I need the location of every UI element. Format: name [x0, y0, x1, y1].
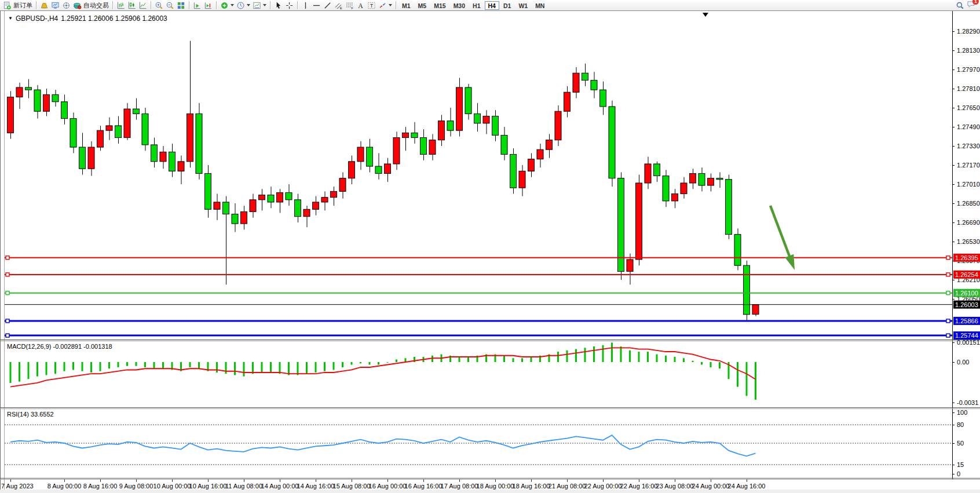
- timeframe-h1-button[interactable]: H1: [469, 1, 484, 10]
- fibonacci-icon: F: [345, 1, 354, 10]
- time-axis-label: 16 Aug 16:00: [405, 483, 443, 490]
- line-handle[interactable]: [946, 273, 950, 276]
- candle-body: [196, 114, 202, 173]
- text-button[interactable]: A: [355, 0, 366, 10]
- candle-body: [142, 114, 148, 145]
- line-handle[interactable]: [946, 319, 950, 323]
- equidistant-channel-icon: E: [334, 1, 343, 10]
- timeframe-m5-button[interactable]: M5: [415, 1, 430, 10]
- line-chart-button[interactable]: [137, 0, 148, 10]
- macd-axis-tick-label: -0.0031: [957, 399, 978, 406]
- timeframe-m15-button[interactable]: M15: [430, 1, 449, 10]
- time-axis-label: 18 Aug 16:00: [513, 483, 550, 490]
- macd-histogram-bar: [270, 362, 272, 373]
- candle-body: [214, 202, 220, 209]
- line-handle[interactable]: [6, 273, 9, 276]
- macd-histogram-bar: [647, 352, 649, 362]
- macd-histogram-bar: [297, 362, 299, 375]
- time-axis-label: 10 Aug 00:00: [153, 483, 191, 490]
- periods-button[interactable]: [235, 0, 251, 10]
- zoom-in-button[interactable]: [153, 0, 164, 10]
- macd-histogram-bar: [459, 357, 460, 362]
- vertical-line-button[interactable]: [300, 0, 311, 10]
- candle-body: [474, 114, 481, 123]
- chart-canvas[interactable]: 1.282901.281301.279701.278101.276501.274…: [0, 0, 980, 493]
- macd-histogram-bar: [566, 350, 568, 362]
- new-order-button[interactable]: 新订单: [2, 0, 34, 10]
- line-price-tag-label: 1.26100: [955, 290, 978, 297]
- line-handle[interactable]: [6, 319, 9, 323]
- candle-body: [483, 116, 489, 123]
- time-axis-label: 8 Aug 00:00: [47, 483, 82, 490]
- zoom-out-button[interactable]: [164, 0, 175, 10]
- search-button[interactable]: [955, 0, 966, 10]
- tile-windows-button[interactable]: [175, 0, 187, 10]
- trendline-button[interactable]: [322, 0, 333, 10]
- price-axis-tick-label: 1.27330: [957, 143, 980, 149]
- toolbar-separator: [216, 1, 217, 9]
- auto-trading-button[interactable]: 自动交易: [72, 0, 110, 10]
- annotation-arrow-shaft[interactable]: [770, 206, 791, 259]
- time-axis-label: 21 Aug 08:00: [548, 483, 586, 490]
- candle-body: [79, 147, 86, 169]
- toolbar-separator: [112, 1, 113, 9]
- macd-histogram-bar: [719, 362, 721, 368]
- zoom-in-icon: [155, 1, 163, 10]
- rsi-axis-tick-label: 15: [957, 461, 964, 468]
- rsi-indicator-label: RSI(14) 33.6552: [7, 411, 54, 418]
- line-handle[interactable]: [6, 291, 9, 295]
- templates-button[interactable]: [251, 0, 268, 10]
- line-handle[interactable]: [6, 334, 9, 337]
- timeframe-m1-button[interactable]: M1: [398, 1, 414, 10]
- bar-chart-button[interactable]: [115, 0, 126, 10]
- arrows-button[interactable]: [377, 0, 393, 10]
- candle-body: [447, 121, 454, 131]
- candle-body: [708, 178, 714, 185]
- line-chart-icon: [138, 1, 147, 10]
- macd-histogram-bar: [701, 362, 703, 364]
- chart-dropdown-icon[interactable]: ▼: [8, 16, 13, 21]
- line-handle[interactable]: [946, 256, 950, 260]
- indicators-button[interactable]: [219, 0, 235, 10]
- line-handle[interactable]: [946, 334, 950, 337]
- navigator-button[interactable]: [61, 0, 72, 10]
- macd-histogram-bar: [387, 362, 389, 363]
- macd-histogram-bar: [216, 362, 218, 373]
- line-handle[interactable]: [6, 256, 9, 260]
- timeframe-w1-button[interactable]: W1: [515, 1, 531, 10]
- fibonacci-button[interactable]: F: [344, 0, 355, 10]
- annotation-arrow-head[interactable]: [785, 254, 795, 270]
- svg-text:F: F: [351, 5, 353, 9]
- chart-shift-button[interactable]: [203, 0, 214, 10]
- macd-histogram-bar: [144, 362, 146, 367]
- auto-scroll-button[interactable]: [192, 0, 203, 10]
- candle-body: [349, 162, 355, 178]
- navigator-icon: [62, 1, 71, 10]
- macd-histogram-bar: [136, 362, 137, 366]
- price-axis-tick-label: 1.27970: [957, 66, 980, 73]
- macd-histogram-bar: [19, 362, 20, 382]
- macd-histogram-bar: [467, 357, 469, 362]
- chart-shift-marker[interactable]: [703, 13, 708, 17]
- candlestick-chart-button[interactable]: [126, 0, 137, 10]
- candle-body: [97, 130, 104, 147]
- crosshair-button[interactable]: [284, 0, 295, 10]
- timeframe-d1-button[interactable]: D1: [500, 1, 514, 10]
- line-handle[interactable]: [946, 291, 950, 295]
- chart-profiles-button[interactable]: [39, 0, 50, 10]
- market-watch-button[interactable]: [50, 0, 61, 10]
- horizontal-line-button[interactable]: [311, 0, 322, 10]
- text-label-button[interactable]: T: [366, 0, 377, 10]
- timeframe-m30-button[interactable]: M30: [450, 1, 469, 10]
- time-axis-label: 9 Aug 08:00: [119, 483, 153, 490]
- candle-body: [734, 235, 741, 266]
- macd-histogram-bar: [503, 356, 505, 362]
- candle-body: [339, 178, 346, 192]
- equidistant-channel-button[interactable]: E: [333, 0, 344, 10]
- macd-histogram-bar: [28, 362, 30, 379]
- macd-histogram-bar: [243, 362, 245, 377]
- horizontal-line-icon: [312, 1, 321, 10]
- cursor-button[interactable]: [273, 0, 284, 10]
- timeframe-h4-button[interactable]: H4: [485, 1, 499, 10]
- timeframe-mn-button[interactable]: MN: [532, 1, 548, 10]
